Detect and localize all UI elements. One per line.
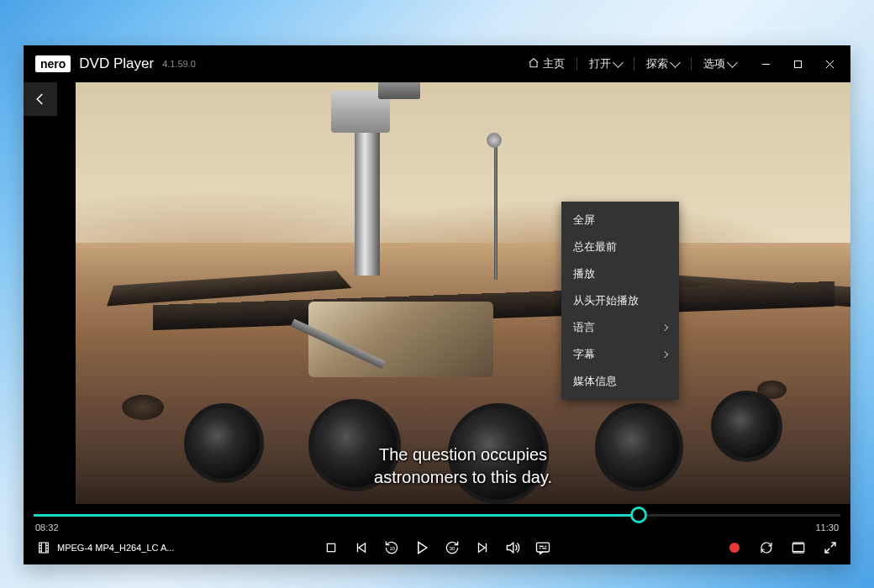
explore-label: 探索 xyxy=(646,56,668,71)
stop-button[interactable] xyxy=(323,539,340,556)
brand-logo: nero xyxy=(35,55,71,72)
options-label: 选项 xyxy=(703,56,725,71)
explore-button[interactable]: 探索 xyxy=(640,53,686,75)
fullscreen-button[interactable] xyxy=(822,539,839,556)
ctx-subtitle[interactable]: 字幕 xyxy=(561,341,679,368)
play-button[interactable] xyxy=(413,539,430,556)
rewind-10-button[interactable]: 10 xyxy=(383,539,400,556)
subtitle-line1: The question occupies xyxy=(379,445,547,464)
forward-30-button[interactable]: 30 xyxy=(444,539,461,556)
home-icon xyxy=(528,57,540,71)
volume-button[interactable] xyxy=(504,539,521,556)
next-button[interactable] xyxy=(474,539,491,556)
app-window: nero DVD Player 4.1.59.0 主页 打开 探索 选项 xyxy=(24,45,850,564)
ctx-always-on-top[interactable]: 总在最前 xyxy=(561,234,679,260)
prev-button[interactable] xyxy=(353,539,370,556)
svg-rect-1 xyxy=(794,60,801,67)
home-button[interactable]: 主页 xyxy=(521,53,571,75)
options-button[interactable]: 选项 xyxy=(697,53,743,75)
chevron-down-icon xyxy=(670,57,681,68)
minimize-button[interactable] xyxy=(751,52,780,76)
chevron-down-icon xyxy=(727,57,738,68)
home-label: 主页 xyxy=(543,56,565,71)
seek-thumb[interactable] xyxy=(630,507,647,523)
seek-fill xyxy=(34,514,639,517)
svg-rect-27 xyxy=(792,544,804,552)
subtitle-line2: astronomers to this day. xyxy=(374,468,552,486)
chevron-down-icon xyxy=(613,57,624,68)
svg-text:10: 10 xyxy=(390,546,396,551)
time-total: 11:30 xyxy=(815,522,839,533)
video-frame: The question occupies astronomers to thi… xyxy=(76,82,850,504)
seek-bar[interactable] xyxy=(24,509,850,521)
record-icon xyxy=(729,543,740,553)
chevron-right-icon xyxy=(661,351,668,358)
aspect-ratio-button[interactable] xyxy=(790,539,807,556)
subtitle-text: The question occupies astronomers to thi… xyxy=(76,444,850,489)
ctx-language[interactable]: 语言 xyxy=(561,314,679,341)
context-menu: 全屏 总在最前 播放 从头开始播放 语言 字幕 媒体信息 xyxy=(561,202,679,400)
svg-marker-21 xyxy=(507,543,513,553)
film-icon xyxy=(35,539,52,556)
app-title: DVD Player xyxy=(79,55,154,72)
svg-marker-17 xyxy=(419,542,427,553)
record-button[interactable] xyxy=(726,539,743,556)
video-area[interactable]: The question occupies astronomers to thi… xyxy=(24,82,850,509)
ctx-fullscreen[interactable]: 全屏 xyxy=(561,207,679,234)
chevron-right-icon xyxy=(661,324,668,331)
subtitle-button[interactable] xyxy=(534,539,551,556)
app-version: 4.1.59.0 xyxy=(162,59,196,69)
svg-line-30 xyxy=(825,549,829,553)
rotate-button[interactable] xyxy=(758,539,775,556)
back-button[interactable] xyxy=(24,82,57,116)
ctx-play[interactable]: 播放 xyxy=(561,260,679,287)
svg-text:30: 30 xyxy=(450,546,455,551)
svg-line-31 xyxy=(831,543,835,547)
ctx-play-from-start[interactable]: 从头开始播放 xyxy=(561,287,679,314)
open-button[interactable]: 打开 xyxy=(582,53,629,75)
ctx-media-info[interactable]: 媒体信息 xyxy=(561,368,679,395)
file-info[interactable]: MPEG-4 MP4_H264_LC A... xyxy=(35,539,174,556)
time-current: 08:32 xyxy=(35,522,59,533)
svg-rect-13 xyxy=(327,543,334,551)
title-bar: nero DVD Player 4.1.59.0 主页 打开 探索 选项 xyxy=(24,45,850,82)
svg-rect-22 xyxy=(537,543,550,552)
svg-marker-19 xyxy=(479,543,486,553)
close-button[interactable] xyxy=(815,52,844,76)
open-label: 打开 xyxy=(589,56,611,71)
controls: 08:32 11:30 MPEG-4 MP4_H264_LC A... 10 3… xyxy=(24,509,850,564)
maximize-button[interactable] xyxy=(783,52,812,76)
file-name: MPEG-4 MP4_H264_LC A... xyxy=(57,543,174,553)
svg-marker-15 xyxy=(359,543,366,553)
